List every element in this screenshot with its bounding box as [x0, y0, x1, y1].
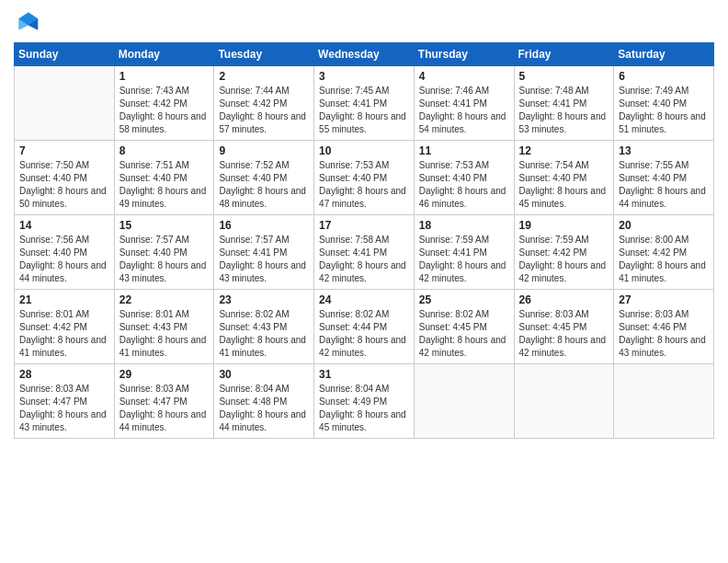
- calendar: SundayMondayTuesdayWednesdayThursdayFrid…: [14, 42, 714, 439]
- day-cell: 14Sunrise: 7:56 AMSunset: 4:40 PMDayligh…: [15, 215, 115, 290]
- day-number: 16: [219, 219, 309, 232]
- day-number: 6: [619, 70, 709, 83]
- week-row-4: 21Sunrise: 8:01 AMSunset: 4:42 PMDayligh…: [15, 290, 714, 364]
- day-cell: 2Sunrise: 7:44 AMSunset: 4:42 PMDaylight…: [214, 66, 314, 141]
- weekday-wednesday: Wednesday: [314, 43, 415, 66]
- day-number: 28: [19, 368, 109, 381]
- day-cell: [614, 364, 714, 439]
- day-number: 25: [419, 293, 509, 306]
- day-info: Sunrise: 7:50 AMSunset: 4:40 PMDaylight:…: [19, 159, 109, 211]
- week-row-5: 28Sunrise: 8:03 AMSunset: 4:47 PMDayligh…: [15, 364, 714, 439]
- page: SundayMondayTuesdayWednesdayThursdayFrid…: [0, 0, 728, 563]
- day-number: 19: [519, 219, 609, 232]
- day-number: 5: [519, 70, 609, 83]
- day-info: Sunrise: 8:03 AMSunset: 4:45 PMDaylight:…: [519, 308, 609, 360]
- day-cell: 24Sunrise: 8:02 AMSunset: 4:44 PMDayligh…: [314, 290, 415, 364]
- day-number: 12: [519, 144, 609, 157]
- day-number: 26: [519, 293, 609, 306]
- day-number: 13: [619, 144, 709, 157]
- day-cell: 21Sunrise: 8:01 AMSunset: 4:42 PMDayligh…: [15, 290, 115, 364]
- day-number: 10: [319, 144, 409, 157]
- day-cell: 19Sunrise: 7:59 AMSunset: 4:42 PMDayligh…: [514, 215, 614, 290]
- logo: [14, 9, 43, 35]
- day-cell: 15Sunrise: 7:57 AMSunset: 4:40 PMDayligh…: [114, 215, 214, 290]
- day-info: Sunrise: 7:43 AMSunset: 4:42 PMDaylight:…: [119, 85, 210, 136]
- weekday-sunday: Sunday: [15, 43, 115, 66]
- day-number: 11: [419, 144, 509, 157]
- day-info: Sunrise: 8:01 AMSunset: 4:42 PMDaylight:…: [19, 308, 109, 360]
- day-info: Sunrise: 7:59 AMSunset: 4:41 PMDaylight:…: [419, 234, 509, 285]
- day-info: Sunrise: 7:48 AMSunset: 4:41 PMDaylight:…: [519, 85, 609, 136]
- day-info: Sunrise: 7:56 AMSunset: 4:40 PMDaylight:…: [19, 234, 109, 285]
- day-cell: 13Sunrise: 7:55 AMSunset: 4:40 PMDayligh…: [614, 141, 714, 215]
- day-number: 30: [219, 368, 309, 381]
- day-info: Sunrise: 7:59 AMSunset: 4:42 PMDaylight:…: [519, 234, 609, 285]
- day-number: 17: [319, 219, 409, 232]
- day-info: Sunrise: 7:52 AMSunset: 4:40 PMDaylight:…: [219, 159, 309, 211]
- day-cell: 10Sunrise: 7:53 AMSunset: 4:40 PMDayligh…: [314, 141, 415, 215]
- day-info: Sunrise: 8:02 AMSunset: 4:45 PMDaylight:…: [419, 308, 509, 360]
- day-info: Sunrise: 8:01 AMSunset: 4:43 PMDaylight:…: [119, 308, 210, 360]
- header: [14, 9, 714, 35]
- day-info: Sunrise: 7:55 AMSunset: 4:40 PMDaylight:…: [619, 159, 709, 211]
- day-cell: 12Sunrise: 7:54 AMSunset: 4:40 PMDayligh…: [514, 141, 614, 215]
- day-cell: 23Sunrise: 8:02 AMSunset: 4:43 PMDayligh…: [214, 290, 314, 364]
- weekday-saturday: Saturday: [614, 43, 714, 66]
- day-number: 21: [19, 293, 109, 306]
- day-cell: 27Sunrise: 8:03 AMSunset: 4:46 PMDayligh…: [614, 290, 714, 364]
- day-number: 23: [219, 293, 309, 306]
- day-number: 29: [119, 368, 210, 381]
- day-cell: 5Sunrise: 7:48 AMSunset: 4:41 PMDaylight…: [514, 66, 614, 141]
- day-info: Sunrise: 7:44 AMSunset: 4:42 PMDaylight:…: [219, 85, 309, 136]
- day-info: Sunrise: 8:03 AMSunset: 4:47 PMDaylight:…: [119, 383, 210, 434]
- day-info: Sunrise: 8:02 AMSunset: 4:44 PMDaylight:…: [319, 308, 409, 360]
- day-cell: 16Sunrise: 7:57 AMSunset: 4:41 PMDayligh…: [214, 215, 314, 290]
- day-info: Sunrise: 8:00 AMSunset: 4:42 PMDaylight:…: [619, 234, 709, 285]
- day-info: Sunrise: 8:02 AMSunset: 4:43 PMDaylight:…: [219, 308, 309, 360]
- day-cell: 1Sunrise: 7:43 AMSunset: 4:42 PMDaylight…: [114, 66, 214, 141]
- day-cell: 18Sunrise: 7:59 AMSunset: 4:41 PMDayligh…: [414, 215, 514, 290]
- day-number: 8: [119, 144, 210, 157]
- day-info: Sunrise: 7:49 AMSunset: 4:40 PMDaylight:…: [619, 85, 709, 136]
- day-cell: 7Sunrise: 7:50 AMSunset: 4:40 PMDaylight…: [15, 141, 115, 215]
- day-number: 22: [119, 293, 210, 306]
- weekday-tuesday: Tuesday: [214, 43, 314, 66]
- day-cell: 29Sunrise: 8:03 AMSunset: 4:47 PMDayligh…: [114, 364, 214, 439]
- day-cell: 30Sunrise: 8:04 AMSunset: 4:48 PMDayligh…: [214, 364, 314, 439]
- day-info: Sunrise: 7:53 AMSunset: 4:40 PMDaylight:…: [419, 159, 509, 211]
- day-info: Sunrise: 7:58 AMSunset: 4:41 PMDaylight:…: [319, 234, 409, 285]
- day-number: 2: [219, 70, 309, 83]
- day-cell: 26Sunrise: 8:03 AMSunset: 4:45 PMDayligh…: [514, 290, 614, 364]
- day-number: 1: [119, 70, 210, 83]
- weekday-header-row: SundayMondayTuesdayWednesdayThursdayFrid…: [15, 43, 714, 66]
- day-cell: 3Sunrise: 7:45 AMSunset: 4:41 PMDaylight…: [314, 66, 415, 141]
- day-number: 18: [419, 219, 509, 232]
- day-info: Sunrise: 7:46 AMSunset: 4:41 PMDaylight:…: [419, 85, 509, 136]
- day-info: Sunrise: 7:57 AMSunset: 4:40 PMDaylight:…: [119, 234, 210, 285]
- day-number: 31: [319, 368, 409, 381]
- day-cell: 4Sunrise: 7:46 AMSunset: 4:41 PMDaylight…: [414, 66, 514, 141]
- day-info: Sunrise: 7:57 AMSunset: 4:41 PMDaylight:…: [219, 234, 309, 285]
- day-info: Sunrise: 8:03 AMSunset: 4:47 PMDaylight:…: [19, 383, 109, 434]
- day-cell: [514, 364, 614, 439]
- day-number: 7: [19, 144, 109, 157]
- day-cell: 6Sunrise: 7:49 AMSunset: 4:40 PMDaylight…: [614, 66, 714, 141]
- day-cell: 20Sunrise: 8:00 AMSunset: 4:42 PMDayligh…: [614, 215, 714, 290]
- day-number: 27: [619, 293, 709, 306]
- week-row-3: 14Sunrise: 7:56 AMSunset: 4:40 PMDayligh…: [15, 215, 714, 290]
- day-cell: 28Sunrise: 8:03 AMSunset: 4:47 PMDayligh…: [15, 364, 115, 439]
- day-number: 24: [319, 293, 409, 306]
- weekday-thursday: Thursday: [414, 43, 514, 66]
- weekday-friday: Friday: [514, 43, 614, 66]
- day-cell: 22Sunrise: 8:01 AMSunset: 4:43 PMDayligh…: [114, 290, 214, 364]
- day-info: Sunrise: 7:51 AMSunset: 4:40 PMDaylight:…: [119, 159, 210, 211]
- day-info: Sunrise: 8:04 AMSunset: 4:49 PMDaylight:…: [319, 383, 409, 434]
- weekday-monday: Monday: [114, 43, 214, 66]
- day-cell: 8Sunrise: 7:51 AMSunset: 4:40 PMDaylight…: [114, 141, 214, 215]
- day-number: 14: [19, 219, 109, 232]
- day-number: 4: [419, 70, 509, 83]
- day-number: 20: [619, 219, 709, 232]
- week-row-1: 1Sunrise: 7:43 AMSunset: 4:42 PMDaylight…: [15, 66, 714, 141]
- day-info: Sunrise: 7:54 AMSunset: 4:40 PMDaylight:…: [519, 159, 609, 211]
- day-cell: [414, 364, 514, 439]
